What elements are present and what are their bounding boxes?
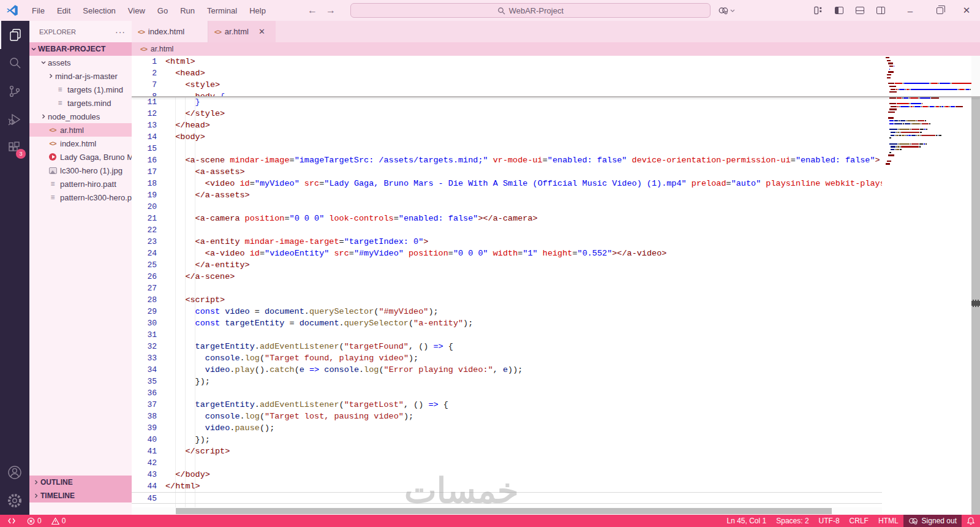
code-line-37[interactable]: 37targetEntity.addEventListener("targetL… — [132, 399, 882, 411]
status-bell[interactable] — [962, 515, 980, 527]
status-html[interactable]: HTML — [873, 515, 903, 527]
status-ln-45-col-1[interactable]: Ln 45, Col 1 — [722, 515, 772, 527]
status-signed-out[interactable]: Signed out — [903, 515, 962, 527]
code-line-18[interactable]: 18<video id="myVideo" src="Lady Gaga, Br… — [132, 178, 882, 189]
code-line-27[interactable]: 27 — [132, 282, 882, 294]
code-line-32[interactable]: 32targetEntity.addEventListener("targetF… — [132, 341, 882, 352]
code-line-14[interactable]: 14<body> — [132, 131, 882, 143]
copilot-menu[interactable] — [718, 6, 736, 15]
code-line-42[interactable]: 42 — [132, 457, 882, 469]
status-utf-8[interactable]: UTF-8 — [814, 515, 845, 527]
activitybar-extensions-icon[interactable]: 3 — [0, 134, 29, 162]
code-line-33[interactable]: 33console.log("Target found, playing vid… — [132, 352, 882, 364]
breadcrumb[interactable]: <> ar.html — [132, 42, 980, 56]
panel-outline[interactable]: OUTLINE — [29, 476, 132, 489]
code-line-1[interactable]: 1<html> — [132, 56, 882, 67]
code-line-12[interactable]: 12</style> — [132, 108, 882, 119]
tab-index-html[interactable]: <> index.html — [132, 21, 208, 42]
code-line-21[interactable]: 21<a-camera position="0 0 0" look-contro… — [132, 213, 882, 224]
code-line-39[interactable]: 39video.pause(); — [132, 422, 882, 434]
status-0[interactable]: 0 — [47, 515, 71, 527]
horizontal-scrollbar[interactable] — [132, 507, 882, 515]
status-0[interactable]: 0 — [22, 515, 47, 527]
code-line-17[interactable]: 17<a-assets> — [132, 166, 882, 178]
tab-close-icon[interactable]: ✕ — [258, 27, 265, 36]
sidebar-item-lady-gaga-bruno-ma-[interactable]: Lady Gaga, Bruno Ma... — [29, 150, 132, 164]
sidebar-item-index-html[interactable]: <>index.html — [29, 137, 132, 150]
tab-ar-html[interactable]: <> ar.html ✕ — [208, 21, 276, 42]
code-line-2[interactable]: 2<head> — [132, 67, 882, 79]
menu-view[interactable]: View — [123, 4, 150, 18]
status-crlf[interactable]: CRLF — [845, 515, 873, 527]
code-line-19[interactable]: 19</a-assets> — [132, 189, 882, 201]
menu-run[interactable]: Run — [175, 4, 200, 18]
horizontal-scrollbar-thumb[interactable] — [176, 508, 832, 514]
sidebar-item-ar-html[interactable]: <>ar.html — [29, 123, 132, 137]
menu-selection[interactable]: Selection — [78, 4, 120, 18]
activitybar-source-control-icon[interactable] — [0, 77, 29, 105]
sidebar-item-pattern-lc300-hero-patt[interactable]: ≡pattern-lc300-hero.patt — [29, 191, 132, 204]
sidebar-item-targets-1-mind[interactable]: ≡targets (1).mind — [29, 83, 132, 96]
code-line-26[interactable]: 26</a-scene> — [132, 271, 882, 282]
nav-back-icon[interactable]: ← — [307, 5, 317, 16]
menu-terminal[interactable]: Terminal — [202, 4, 242, 18]
code-line-31[interactable]: 31 — [132, 329, 882, 341]
code-line-15[interactable]: 15 — [132, 143, 882, 154]
code-line-7[interactable]: 7<style> — [132, 79, 882, 91]
sidebar-item-targets-mind[interactable]: ≡targets.mind — [29, 96, 132, 110]
activitybar-run-debug-icon[interactable] — [0, 105, 29, 134]
panel-timeline[interactable]: TIMELINE — [29, 489, 132, 502]
sidebar-item-pattern-hiro-patt[interactable]: ≡pattern-hiro.patt — [29, 177, 132, 191]
menu-edit[interactable]: Edit — [52, 4, 75, 18]
close-icon[interactable]: ✕ — [958, 3, 975, 18]
code-line-8[interactable]: 8body { — [132, 91, 882, 96]
minimize-icon[interactable]: – — [902, 3, 919, 18]
code-line-28[interactable]: 28<script> — [132, 294, 882, 306]
explorer-more-actions-icon[interactable]: ··· — [115, 27, 126, 37]
code-line-30[interactable]: 30const targetEntity = document.querySel… — [132, 317, 882, 329]
code-line-11[interactable]: 11} — [132, 96, 882, 108]
toggle-panel-icon[interactable] — [851, 3, 869, 18]
command-center-search[interactable]: WebAR-Project — [350, 3, 710, 18]
code-line-29[interactable]: 29const video = document.querySelector("… — [132, 306, 882, 317]
nav-forward-icon[interactable]: → — [326, 5, 336, 16]
sidebar-item-assets[interactable]: assets — [29, 56, 132, 69]
code-line-23[interactable]: 23<a-entity mindar-image-target="targetI… — [132, 236, 882, 248]
code-line-24[interactable]: 24<a-video id="videoEntity" src="#myVide… — [132, 248, 882, 259]
code-line-20[interactable]: 20 — [132, 201, 882, 213]
code-line-34[interactable]: 34video.play().catch(e => console.log("E… — [132, 364, 882, 376]
code-line-36[interactable]: 36 — [132, 387, 882, 399]
sidebar-item-mind-ar-js-master[interactable]: mind-ar-js-master — [29, 69, 132, 83]
customize-layout-icon[interactable] — [810, 3, 827, 18]
activitybar-accounts-icon[interactable] — [0, 458, 29, 487]
code-editor[interactable]: 11}12</style>13</head>14<body>1516<a-sce… — [132, 56, 980, 515]
activitybar-settings-icon[interactable] — [0, 487, 29, 515]
code-line-25[interactable]: 25</a-entity> — [132, 259, 882, 271]
toggle-primary-sidebar-icon[interactable] — [831, 3, 848, 18]
restore-icon[interactable] — [931, 3, 948, 18]
code-line-13[interactable]: 13</head> — [132, 119, 882, 131]
toggle-secondary-sidebar-icon[interactable] — [872, 3, 889, 18]
code-line-41[interactable]: 41</script> — [132, 445, 882, 457]
code-line-16[interactable]: 16<a-scene mindar-image="imageTargetSrc:… — [132, 154, 882, 166]
code-line-43[interactable]: 43</body> — [132, 469, 882, 480]
status-spaces-2[interactable]: Spaces: 2 — [771, 515, 813, 527]
vertical-scrollbar[interactable] — [971, 56, 980, 515]
code-line-40[interactable]: 40}); — [132, 434, 882, 445]
status-remote[interactable] — [0, 515, 22, 527]
menu-file[interactable]: File — [27, 4, 50, 18]
menu-help[interactable]: Help — [244, 4, 271, 18]
sidebar-item-lc300-hero-1-jpg[interactable]: lc300-hero (1).jpg — [29, 164, 132, 177]
activitybar-search-icon[interactable] — [0, 49, 29, 77]
menu-go[interactable]: Go — [153, 4, 173, 18]
code-line-35[interactable]: 35}); — [132, 376, 882, 387]
sidebar-item-root[interactable]: WEBAR-PROJECT — [29, 42, 132, 56]
code-line-38[interactable]: 38console.log("Target lost, pausing vide… — [132, 411, 882, 422]
sidebar-item-node-modules[interactable]: node_modules — [29, 110, 132, 123]
activitybar-explorer-icon[interactable] — [0, 21, 29, 49]
code-line-22[interactable]: 22 — [132, 224, 882, 236]
minimap[interactable] — [882, 56, 971, 507]
code-line-45[interactable]: 45 — [132, 492, 882, 504]
code-line-44[interactable]: 44</html> — [132, 480, 882, 492]
code-lines[interactable]: 11}12</style>13</head>14<body>1516<a-sce… — [132, 56, 882, 507]
